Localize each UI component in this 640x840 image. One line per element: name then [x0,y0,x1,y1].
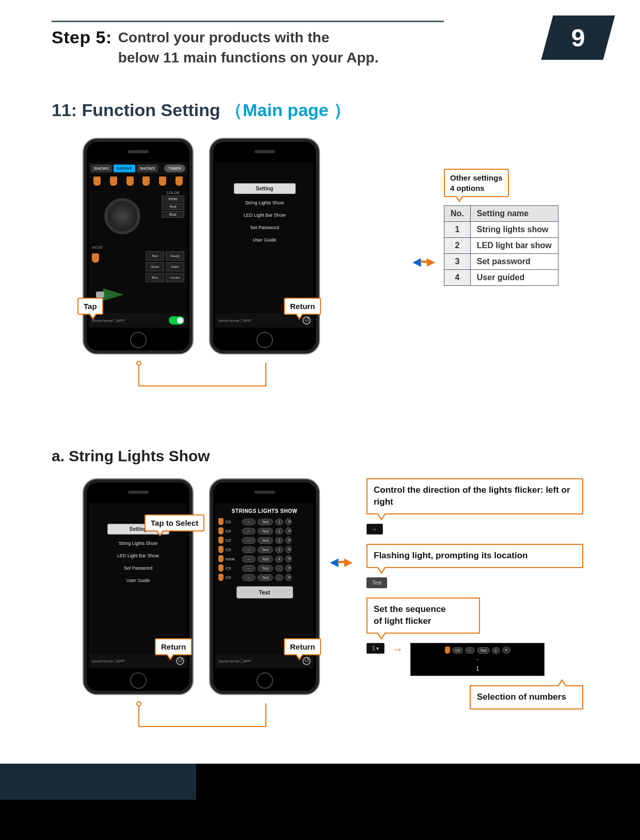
timer-button[interactable]: TIMER [164,165,185,172]
test-button[interactable]: Test [258,574,273,581]
test-button[interactable]: Test [258,546,273,553]
rotary-dial[interactable] [104,198,140,234]
anno-sequence: Set the sequence of light flicker [366,597,480,634]
direction-button[interactable]: ↔ [242,546,255,553]
chip-test: Test [366,577,387,588]
dropdown-icon[interactable]: ▾ [285,555,292,562]
table-header-row: No. Setting name [444,206,558,222]
sequence-demo-row: 1 ▾ → C6 ↔ Test 1 ▾ - 1 [366,643,583,676]
setting-list: String Lights Show LED Light Bar Show Se… [215,200,314,243]
sequence-number[interactable]: 1 [275,528,283,535]
return-icon[interactable] [302,316,311,325]
tab-show3[interactable]: SHOW3 [137,165,158,172]
return-icon[interactable] [176,657,184,665]
test-button[interactable]: Test [258,528,273,535]
dropdown-icon[interactable]: ▾ [285,546,292,553]
test-button[interactable]: Test [258,556,273,562]
app-footer: show·home ⎕APP [89,313,187,328]
sequence-number[interactable]: 4 [275,556,283,562]
product-icon[interactable] [92,253,99,263]
string-light-row: C6↔Test1▾ [215,526,314,536]
setting-item[interactable]: Set Password [98,566,178,571]
tab-show1-active[interactable]: SHOW1 [114,165,135,172]
connector-end [265,703,266,727]
dropdown-icon[interactable]: ▾ [285,527,292,535]
test-button[interactable]: Test [258,519,273,525]
chip-seq: 1 ▾ [366,643,385,654]
product-icon[interactable] [142,176,150,186]
string-light-row: C9↔Test-▾ [215,573,314,582]
test-button[interactable]: Test [258,565,273,572]
power-toggle[interactable] [169,316,184,325]
app-footer-brand: show·home ⎕APP [218,318,251,323]
home-button[interactable] [257,332,273,348]
phone-settings-select: Setting String Lights Show LED Light Bar… [83,478,194,695]
setting-item[interactable]: User Guide [225,237,305,243]
home-button[interactable] [257,672,273,689]
return-icon[interactable] [302,657,311,665]
direction-button[interactable]: ↔ [242,519,255,525]
section-11-accent: （Main page ） [225,100,351,120]
dropdown-icon[interactable]: ▾ [285,518,292,525]
mode-button[interactable]: Green [146,262,164,271]
phone-speaker [254,150,275,153]
dropdown-icon[interactable]: ▾ [285,537,292,544]
test-button[interactable]: Test [258,537,273,544]
tab-show1[interactable]: SHOW1 [91,165,112,172]
color-option[interactable]: Blue [162,211,184,218]
sequence-number[interactable]: 1 [275,537,283,544]
home-button[interactable] [130,672,147,689]
callout-tap-to-select: Tap to Select [145,514,204,531]
sequence-number[interactable]: - [275,574,283,581]
connector-dot [136,701,141,706]
section-11-title: 11: Function Setting （Main page ） [52,99,609,122]
connector-end [265,363,266,386]
mode-button[interactable]: Steady [166,251,184,261]
step-header: Step 5: Control your products with the b… [52,27,609,68]
bottom-bar-accent [0,764,196,800]
td-no: 1 [444,222,471,238]
mode-button[interactable]: Blue [146,273,164,282]
sl-name: C6 [226,520,240,524]
settings-table: No. Setting name 1String lights show 2LE… [444,205,558,286]
connector-line [138,366,265,386]
setting-item[interactable]: LED Light Bar Show [98,553,178,558]
product-icon[interactable] [93,176,101,186]
step-label: Step 5: [52,27,112,47]
product-icon[interactable] [159,176,166,186]
callout-other-settings: Other settings 4 options [444,169,509,197]
setting-item[interactable]: Set Password [225,225,305,230]
direction-button[interactable]: ↔ [242,565,255,572]
mode-button[interactable]: Combo [166,273,184,282]
direction-button[interactable]: ↔ [242,574,255,581]
mode-button[interactable]: Red [146,251,164,261]
product-icon[interactable] [126,176,134,186]
setting-item[interactable]: LED Light Bar Show [225,213,305,218]
sequence-number[interactable]: 1 [275,519,283,525]
sequence-number[interactable]: - [275,565,283,572]
phone-settings-list: Setting String Lights Show LED Light Bar… [209,138,320,354]
setting-item[interactable]: String Lights Show [225,200,305,205]
dropdown-icon[interactable]: ▾ [285,564,292,572]
test-all-button[interactable]: Test [236,586,293,599]
product-icon[interactable] [175,176,183,186]
anno-sequence-l2: of light flicker [374,616,473,627]
td-name: String lights show [470,222,558,238]
mode-button[interactable]: Flash [166,262,184,271]
header-rule [52,21,444,22]
home-button[interactable] [130,332,147,348]
color-option[interactable]: Red [162,203,184,210]
direction-button[interactable]: ↔ [242,537,255,544]
setting-header-button[interactable]: Setting [234,183,296,194]
sequence-number[interactable]: 1 [275,546,283,553]
phone-speaker [128,491,149,494]
direction-button[interactable]: ↔ [242,528,255,535]
color-option[interactable]: White [162,196,184,202]
setting-item[interactable]: User Guide [98,578,178,583]
bulb-icon [218,537,223,544]
setting-item[interactable]: String Lights Show [98,541,178,546]
sl-name: C9 [226,566,240,571]
dropdown-icon[interactable]: ▾ [285,574,292,581]
product-icon[interactable] [110,176,117,186]
direction-button[interactable]: ↔ [242,556,255,562]
